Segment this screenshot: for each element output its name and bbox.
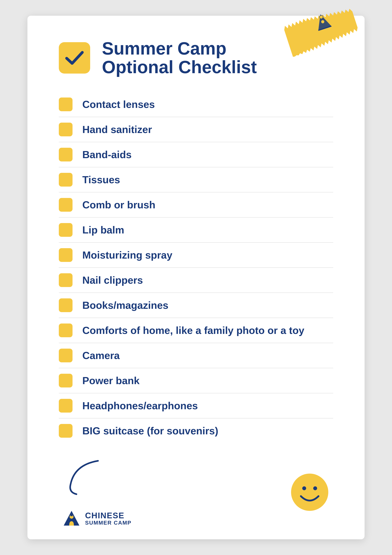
item-checkbox[interactable] bbox=[59, 248, 72, 262]
checklist-item[interactable]: BIG suitcase (for souvenirs) bbox=[59, 418, 333, 443]
title-line1: Summer Camp bbox=[102, 39, 257, 58]
item-label: Camera bbox=[82, 350, 120, 361]
checklist-item[interactable]: Power bank bbox=[59, 368, 333, 393]
item-label: Power bank bbox=[82, 375, 140, 387]
logo-tent-icon bbox=[63, 510, 80, 527]
title-block: Summer Camp Optional Checklist bbox=[102, 39, 257, 76]
title-line2: Optional Checklist bbox=[102, 58, 257, 77]
logo-text: CHINESE SUMMER CAMP bbox=[85, 511, 132, 526]
item-checkbox[interactable] bbox=[59, 424, 72, 438]
checklist-item[interactable]: Nail clippers bbox=[59, 268, 333, 293]
checklist-item[interactable]: Headphones/earphones bbox=[59, 393, 333, 418]
checklist-item[interactable]: Hand sanitizer bbox=[59, 117, 333, 142]
item-checkbox[interactable] bbox=[59, 399, 72, 413]
curl-decoration bbox=[63, 457, 102, 496]
smiley-face bbox=[290, 473, 329, 512]
checklist: Contact lensesHand sanitizerBand-aidsTis… bbox=[59, 92, 333, 443]
item-label: Comforts of home, like a family photo or… bbox=[82, 324, 304, 336]
item-checkbox[interactable] bbox=[59, 148, 72, 161]
item-checkbox[interactable] bbox=[59, 223, 72, 237]
checklist-item[interactable]: Comforts of home, like a family photo or… bbox=[59, 318, 333, 343]
checklist-item[interactable]: Comb or brush bbox=[59, 192, 333, 218]
item-checkbox[interactable] bbox=[59, 97, 72, 111]
checklist-item[interactable]: Moisturizing spray bbox=[59, 243, 333, 268]
item-label: Nail clippers bbox=[82, 274, 143, 286]
item-label: Headphones/earphones bbox=[82, 400, 198, 412]
svg-point-6 bbox=[302, 486, 306, 490]
checklist-item[interactable]: Contact lenses bbox=[59, 92, 333, 117]
checklist-item[interactable]: Band-aids bbox=[59, 142, 333, 167]
item-checkbox[interactable] bbox=[59, 349, 72, 362]
item-checkbox[interactable] bbox=[59, 198, 72, 212]
checklist-item[interactable]: Tissues bbox=[59, 167, 333, 192]
item-label: BIG suitcase (for souvenirs) bbox=[82, 425, 218, 437]
item-label: Contact lenses bbox=[82, 98, 155, 110]
logo-area: CHINESE SUMMER CAMP bbox=[63, 510, 132, 527]
item-label: Comb or brush bbox=[82, 199, 156, 211]
check-badge bbox=[59, 42, 90, 73]
item-checkbox[interactable] bbox=[59, 298, 72, 312]
item-checkbox[interactable] bbox=[59, 374, 72, 387]
item-label: Band-aids bbox=[82, 149, 132, 161]
main-page: Summer Camp Optional Checklist Contact l… bbox=[28, 16, 364, 539]
item-checkbox[interactable] bbox=[59, 323, 72, 337]
checklist-item[interactable]: Books/magazines bbox=[59, 293, 333, 318]
logo-summercamp: SUMMER CAMP bbox=[85, 520, 132, 526]
checklist-item[interactable]: Lip balm bbox=[59, 218, 333, 243]
item-label: Hand sanitizer bbox=[82, 124, 152, 135]
item-label: Tissues bbox=[82, 174, 120, 186]
logo-chinese: CHINESE bbox=[85, 511, 132, 520]
svg-point-5 bbox=[291, 474, 328, 511]
svg-point-7 bbox=[313, 486, 317, 490]
item-checkbox[interactable] bbox=[59, 123, 72, 136]
checklist-item[interactable]: Camera bbox=[59, 343, 333, 368]
item-checkbox[interactable] bbox=[59, 173, 72, 187]
item-label: Books/magazines bbox=[82, 299, 168, 311]
item-label: Lip balm bbox=[82, 224, 124, 236]
item-checkbox[interactable] bbox=[59, 273, 72, 287]
checkmark-icon bbox=[65, 50, 84, 66]
item-label: Moisturizing spray bbox=[82, 249, 172, 261]
